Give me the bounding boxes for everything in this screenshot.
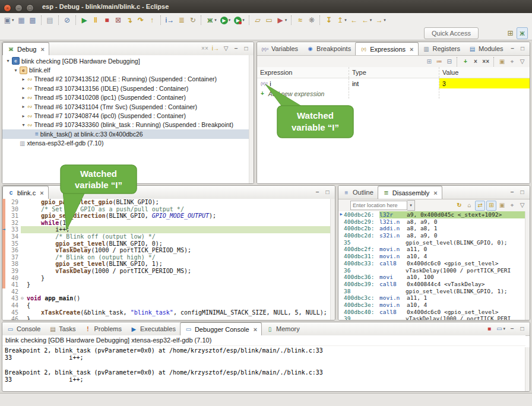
open-new-view-button[interactable]: ▣ (498, 201, 506, 210)
vertical-scrollbar[interactable] (525, 347, 530, 391)
reverse-debug-button[interactable]: ↻ (188, 15, 198, 26)
editor-line[interactable]: 43⊖void app_main() (2, 295, 331, 302)
tab-memory[interactable]: ▯Memory (262, 322, 304, 335)
close-tab-icon[interactable]: × (40, 46, 44, 53)
editor-line[interactable]: 34 /* Blink off (output low) */ (2, 233, 331, 240)
remove-all-terminated-button[interactable]: ×× (200, 45, 210, 53)
save-button[interactable]: ▦ (17, 15, 27, 26)
pin-view-button[interactable]: ⌖ (508, 58, 517, 66)
tab-outline[interactable]: ≡Outline (338, 186, 378, 199)
editor-line[interactable]: →33 i++; (2, 226, 331, 233)
close-tab-icon[interactable]: × (254, 326, 257, 333)
refresh-view-button[interactable]: ↻ (455, 201, 464, 210)
disassembly-line[interactable]: ▶400dbc26:l32ra9, 0x400d045c <_stext+109… (338, 211, 525, 218)
view-menu-button[interactable]: ▽ (221, 45, 230, 53)
tab-registers[interactable]: ▥Registers (419, 42, 464, 55)
editor-line[interactable]: 39 vTaskDelay(1000 / portTICK_PERIOD_MS)… (2, 268, 331, 275)
new-button[interactable]: ▣▾ (2, 15, 15, 26)
tab-tasks[interactable]: ▤Tasks (45, 322, 80, 335)
maximize-button[interactable]: □ (518, 188, 527, 197)
close-tab-icon[interactable]: × (410, 46, 413, 53)
column-header-expression[interactable]: Expression (257, 67, 349, 78)
disassembly-line[interactable]: 400dbc31:movi.na10, 4 (338, 253, 525, 260)
maximize-button[interactable]: □ (242, 45, 251, 53)
disassembly-line[interactable]: 35gpio_set_level(BLINK_GPIO, 0); (338, 239, 525, 246)
editor-line[interactable]: 31 gpio_set_direction(BLINK_GPIO, GPIO_M… (2, 212, 331, 220)
minimize-button[interactable]: – (15, 4, 23, 12)
disassembly-code-area[interactable]: ▶400dbc26:l32ra9, 0x400d045c <_stext+109… (338, 211, 525, 320)
add-expression-button[interactable]: + (461, 58, 470, 66)
debug-tree-item[interactable]: ▸∾Thread #5 1073410208 (ipc1) (Suspended… (2, 93, 249, 102)
step-into-button[interactable]: ↴ (125, 15, 135, 26)
vertical-scrollbar[interactable] (330, 199, 335, 320)
editor-line[interactable]: 46} (2, 316, 331, 320)
print-button[interactable]: ▤ (45, 15, 55, 26)
minimize-button[interactable]: – (508, 188, 517, 197)
external-tools-button[interactable]: ▶▾ (233, 15, 246, 26)
skip-all-breakpoints-button[interactable]: ⊘ (62, 15, 72, 26)
debug-tree-item[interactable]: ▾cblink checking [GDB Hardware Debugging… (2, 56, 249, 65)
show-source-button[interactable]: ⊞ (486, 201, 496, 211)
maximize-button[interactable]: □ (518, 325, 527, 334)
expander-icon[interactable]: ▸ (20, 95, 27, 100)
minimize-button[interactable]: – (508, 45, 517, 53)
editor-code-area[interactable]: 29 gpio_pad_select_gpio(BLINK_GPIO);30 /… (2, 199, 331, 320)
disassembly-line[interactable]: 400dbc29:l32i.na8, a9, 0 (338, 218, 525, 226)
debug-tree-item[interactable]: ▸∾Thread #7 1073408744 (ipc0) (Suspended… (2, 111, 249, 120)
show-logical-structures-button[interactable]: ≔ (435, 58, 444, 66)
expander-icon[interactable]: ▸ (20, 113, 27, 119)
editor-line[interactable]: 32 while(1) (2, 220, 331, 227)
debug-tree-item[interactable]: ▸∾Thread #3 1073413156 (IDLE) (Suspended… (2, 84, 249, 93)
tab-executables[interactable]: ▶Executables (126, 322, 180, 335)
instruction-stepping-mode-button[interactable]: i→ (211, 45, 220, 53)
location-dropdown-icon[interactable]: ▾ (407, 200, 415, 211)
debug-tree-item[interactable]: ≡blink_task() at blink.c:33 0x400dbc26 (2, 129, 249, 138)
editor-line[interactable]: 37 /* Blink on (output high) */ (2, 254, 331, 261)
column-header-value[interactable]: Value (439, 67, 530, 78)
vertical-scrollbar[interactable] (249, 55, 254, 183)
expander-icon[interactable]: ▾ (5, 58, 11, 64)
close-tab-icon[interactable]: × (433, 189, 437, 196)
instruction-stepping-button[interactable]: i→ (164, 15, 176, 26)
tab-modules[interactable]: ▤Modules (464, 42, 508, 55)
next-annotation-button[interactable]: ↥▾ (335, 15, 348, 26)
editor-line[interactable]: 41} (2, 281, 331, 288)
disassembly-line[interactable]: 39vTaskDelay(1000 / portTICK_PERI (338, 315, 525, 320)
tab-problems[interactable]: !Problems (80, 322, 125, 335)
launch-config-button[interactable]: ▶▾ (276, 15, 289, 26)
maximize-button[interactable]: □ (518, 45, 527, 53)
tab-disassembly[interactable]: ≣Disassembly× (378, 186, 442, 199)
disassembly-line[interactable]: 400dbc36:movia10, 100 (338, 274, 525, 281)
disconnect-button[interactable]: ⊠ (113, 15, 124, 26)
open-resource-button[interactable]: ▭ (264, 15, 274, 26)
save-all-button[interactable]: ▩ (28, 15, 38, 26)
debug-tree-item[interactable]: ▾∾Thread #9 1073433360 (blink_task : Run… (2, 120, 249, 129)
tab-blink-c[interactable]: cblink.c× (2, 186, 49, 199)
new-project-button[interactable]: ▱ (253, 15, 263, 26)
disassembly-line[interactable]: 400dbc2b:addi.na8, a8, 1 (338, 225, 525, 232)
go-home-button[interactable]: ⌂ (465, 201, 474, 210)
open-perspective-button[interactable]: ⊞ (505, 28, 515, 39)
step-return-button[interactable]: ↑ (147, 15, 157, 26)
editor-line[interactable]: 30 /* Set the GPIO as a push/pull output… (2, 206, 331, 213)
quick-access-button[interactable]: Quick Access (424, 27, 479, 39)
debug-tree-item[interactable]: ▾eblink.elf (2, 65, 249, 74)
location-input[interactable] (350, 201, 407, 210)
remove-all-expressions-button[interactable]: ×× (481, 58, 490, 66)
add-expression-row[interactable]: +Add new expression (257, 88, 530, 99)
tab-debug[interactable]: жDebug× (2, 42, 49, 55)
minimize-button[interactable]: – (232, 45, 240, 53)
trace-control-button[interactable]: ≣ (176, 15, 186, 26)
expander-icon[interactable]: ▸ (20, 104, 27, 109)
editor-line[interactable]: 44{ (2, 302, 331, 309)
pin-view-button[interactable]: ⌖ (508, 201, 517, 210)
vertical-scrollbar[interactable] (525, 211, 530, 320)
format-button[interactable]: ≈ (295, 15, 305, 26)
debug-tree-item[interactable]: ▥xtensa-esp32-elf-gdb (7.10) (2, 139, 249, 148)
tab-debugger-console[interactable]: ▭Debugger Console× (180, 322, 262, 335)
editor-line[interactable]: 38 gpio_set_level(BLINK_GPIO, 1); (2, 261, 331, 268)
editor-line[interactable]: 40 } (2, 275, 331, 282)
tab-console[interactable]: ▭Console (2, 322, 45, 335)
fold-marker-icon[interactable]: ⊖ (21, 295, 27, 302)
console-output[interactable]: Breakpoint 2, blink_task (pvParameter=0x… (5, 347, 524, 391)
